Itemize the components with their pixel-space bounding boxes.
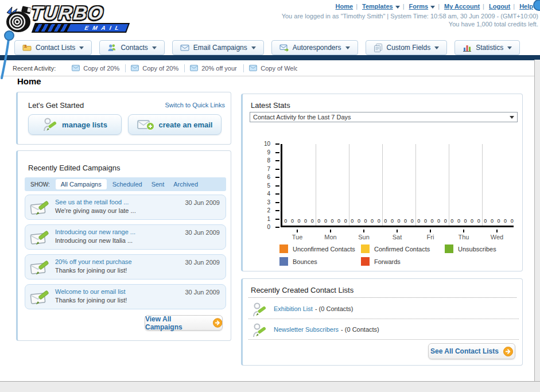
navy-divider-bar bbox=[0, 55, 540, 60]
nav-link-templates[interactable]: Templates bbox=[362, 3, 393, 10]
day-gridline bbox=[449, 144, 449, 226]
switch-to-quick-links[interactable]: Switch to Quick Links bbox=[165, 102, 225, 108]
legend-label: Forwards bbox=[374, 258, 401, 265]
chevron-down-icon bbox=[507, 46, 512, 49]
recent-activity-item[interactable]: Copy of 20% off yo bbox=[131, 65, 179, 72]
tab-email-campaigns[interactable]: Email Campaigns bbox=[172, 40, 264, 55]
view-all-campaigns-button[interactable]: View All Campaigns bbox=[145, 315, 223, 331]
campaign-title-link[interactable]: Introducing our new range ... bbox=[55, 228, 135, 235]
y-axis-tick-mark bbox=[275, 160, 279, 161]
campaign-date: 30 Jun 2009 bbox=[185, 259, 220, 266]
filter-archived[interactable]: Archived bbox=[173, 181, 198, 188]
tab-label: Custom Fields bbox=[387, 44, 431, 52]
recent-activity-item[interactable]: 20% off your next p bbox=[190, 65, 238, 72]
campaign-row[interactable]: See us at the retail food ... We're givi… bbox=[25, 195, 226, 220]
nav-separator: | bbox=[513, 3, 515, 10]
chart-legend: Unconfirmed Contacts Confirmed Contacts … bbox=[279, 244, 515, 266]
nav-link-help[interactable]: Help bbox=[519, 3, 533, 10]
tab-autoresponders[interactable]: Autoresponders bbox=[271, 40, 358, 55]
envelope-pencil-icon bbox=[30, 289, 50, 306]
chevron-down-icon bbox=[510, 116, 514, 119]
campaign-row[interactable]: Welcome to our email list Thanks for joi… bbox=[25, 284, 226, 309]
contact-lists-title: Recently Created Contact Lists bbox=[251, 286, 353, 294]
legend-swatch bbox=[361, 257, 370, 266]
data-value-label: 0 bbox=[503, 218, 508, 224]
scrollbar-track[interactable] bbox=[534, 60, 540, 381]
x-axis-tick-mark bbox=[363, 230, 364, 232]
stats-dropdown-value: Contact Activity for the Last 7 Days bbox=[253, 114, 351, 121]
campaign-title-link[interactable]: See us at the retail food ... bbox=[55, 199, 129, 205]
divider bbox=[243, 64, 244, 72]
see-all-contact-lists-button[interactable]: See All Contact Lists bbox=[428, 343, 515, 359]
tab-contacts[interactable]: Contacts bbox=[99, 40, 164, 55]
data-value-label: 0 bbox=[323, 218, 328, 224]
bar-chart-icon bbox=[463, 43, 472, 52]
tab-statistics[interactable]: Statistics bbox=[454, 40, 520, 55]
recent-activity-text: Copy of 20% off yo bbox=[142, 65, 179, 72]
campaign-subtitle: Thanks for joining our list! bbox=[55, 267, 127, 274]
create-an-email-button[interactable]: create an email bbox=[128, 114, 222, 135]
tab-contact-lists[interactable]: Contact Lists bbox=[14, 40, 92, 55]
campaign-title-link[interactable]: 20% off your next purchase bbox=[55, 258, 132, 265]
manage-lists-button[interactable]: manage lists bbox=[28, 114, 122, 135]
data-value-label: 0 bbox=[329, 218, 335, 224]
y-axis-tick-label: 7 bbox=[260, 166, 270, 172]
campaign-date: 30 Jun 2009 bbox=[185, 289, 220, 296]
filter-all-campaigns[interactable]: All Campaigns bbox=[56, 179, 107, 189]
y-axis-tick-mark bbox=[275, 219, 279, 220]
x-axis-day-label: Fri bbox=[414, 234, 447, 240]
nav-link-home[interactable]: Home bbox=[336, 3, 353, 10]
envelope-icon bbox=[190, 65, 198, 71]
envelope-arrow-icon bbox=[279, 43, 289, 52]
header: TURBO EMAIL Home| Templates| Forms| My A… bbox=[0, 0, 540, 39]
contact-list-count: - (0 Contacts) bbox=[315, 305, 353, 312]
campaign-row[interactable]: Introducing our new range ... Introducin… bbox=[25, 224, 226, 250]
campaign-subtitle: We're giving away our late ... bbox=[55, 207, 136, 214]
y-axis-tick-label: 4 bbox=[260, 191, 270, 197]
recent-activity-item[interactable]: Copy of 20% off yo bbox=[72, 65, 120, 72]
logo-stripes bbox=[33, 24, 72, 32]
tab-label: Autoresponders bbox=[293, 44, 341, 52]
tab-custom-fields[interactable]: Custom Fields bbox=[366, 40, 448, 55]
y-axis-tick-mark bbox=[275, 143, 279, 145]
stats-chart-plot: 00000000000000000000000000000000000 bbox=[281, 144, 514, 227]
contact-list-item[interactable]: Newsletter Subscribers- (0 Contacts) bbox=[248, 320, 519, 340]
contact-list-item[interactable]: Exhibition List- (0 Contacts) bbox=[248, 300, 519, 319]
data-value-label: 0 bbox=[436, 218, 442, 224]
nav-link-logout[interactable]: Logout bbox=[489, 3, 510, 10]
y-axis-tick-mark bbox=[275, 193, 279, 195]
person-pencil-icon bbox=[252, 322, 267, 338]
recently-created-contact-lists-panel: Recently Created Contact Lists Exhibitio… bbox=[241, 278, 523, 366]
data-value-label: 0 bbox=[422, 218, 428, 224]
data-value-label: 0 bbox=[496, 218, 502, 224]
manage-lists-label: manage lists bbox=[62, 121, 107, 129]
contact-list-link[interactable]: Exhibition List bbox=[274, 305, 313, 312]
campaign-row[interactable]: 20% off your next purchase Thanks for jo… bbox=[25, 254, 226, 280]
nav-link-my-account[interactable]: My Account bbox=[444, 3, 480, 10]
campaign-subtitle: Thanks for joining our list! bbox=[55, 297, 127, 304]
nav-link-forms[interactable]: Forms bbox=[409, 3, 429, 10]
contact-list-link[interactable]: Newsletter Subscribers bbox=[274, 326, 339, 333]
recent-activity-item[interactable]: Copy of Welcome to bbox=[249, 65, 297, 72]
y-axis-tick-label: 2 bbox=[260, 207, 270, 214]
day-gridline bbox=[482, 144, 483, 226]
data-value-label: 0 bbox=[383, 218, 389, 224]
campaign-title-link[interactable]: Welcome to our email list bbox=[55, 288, 126, 295]
filter-sent[interactable]: Sent bbox=[151, 181, 165, 188]
stats-dropdown[interactable]: Contact Activity for the Last 7 Days bbox=[250, 112, 518, 122]
envelope-icon bbox=[249, 65, 257, 71]
y-axis-tick-label: 6 bbox=[260, 174, 270, 180]
y-axis-tick-mark bbox=[275, 202, 279, 203]
day-gridline bbox=[316, 144, 316, 226]
day-gridline bbox=[382, 144, 383, 226]
y-axis-tick-mark bbox=[275, 210, 279, 211]
legend-item-bounces: Bounces bbox=[279, 257, 361, 266]
y-axis-tick-mark bbox=[275, 177, 279, 178]
chevron-down-icon bbox=[434, 46, 439, 49]
chevron-down-icon bbox=[152, 46, 157, 49]
envelope-icon bbox=[180, 43, 189, 52]
chevron-down-icon bbox=[345, 46, 350, 49]
filter-scheduled[interactable]: Scheduled bbox=[112, 181, 142, 188]
day-gridline bbox=[415, 144, 416, 226]
top-nav: Home| Templates| Forms| My Account| Logo… bbox=[336, 3, 533, 10]
